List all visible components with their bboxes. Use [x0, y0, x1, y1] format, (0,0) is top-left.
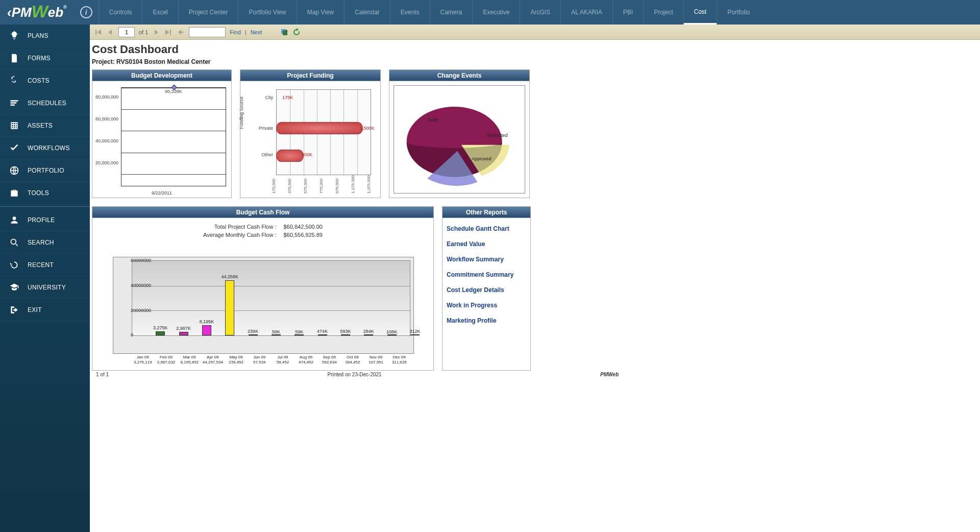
report-link-earned-value[interactable]: Earned Value	[447, 240, 526, 248]
info-icon[interactable]: i	[80, 6, 92, 18]
briefcase-icon	[8, 187, 20, 199]
dashboard: Cost Dashboard Project: RVS0104 Boston M…	[90, 40, 621, 378]
next-link[interactable]: Next	[251, 29, 262, 35]
topnav-portfolio[interactable]: Portfolio	[717, 0, 760, 25]
funding-chart[interactable]: City Private Other 175K 1,500K 500K 175,…	[253, 86, 376, 194]
sidebar-item-search[interactable]: SEARCH	[0, 231, 90, 254]
panel-header: Budget Development	[92, 70, 231, 81]
footer-pages: 1 of 1	[96, 372, 109, 377]
svg-point-1	[13, 216, 16, 220]
topnav-project-center[interactable]: Project Center	[178, 0, 238, 25]
cashflow-bar	[179, 332, 188, 335]
sidebar-item-costs[interactable]: COSTS	[0, 69, 90, 92]
last-page-icon[interactable]	[164, 28, 173, 36]
panel-budget-development: Budget Development 90,338K 80,000,000 60…	[92, 69, 232, 198]
cashflow-chart[interactable]: 3,275K2,987K8,195K44,258K239K58K59K474K5…	[113, 257, 414, 354]
topnav-arcgis[interactable]: ArcGIS	[520, 0, 560, 25]
sidebar-item-exit[interactable]: EXIT	[0, 299, 90, 321]
sidebar-item-assets[interactable]: ASSETS	[0, 114, 90, 137]
sidebar-item-plans[interactable]: PLANS	[0, 25, 90, 47]
content-area: of 1 Find | Next Cost Dashboard Project:…	[90, 25, 980, 532]
topnav-excel[interactable]: Excel	[142, 0, 178, 25]
exit-icon	[8, 304, 20, 316]
report-footer: 1 of 1 Printed on 23-Dec-2021 PMWeb	[92, 371, 623, 378]
dollar-icon	[8, 75, 20, 87]
user-icon	[8, 214, 20, 226]
grad-icon	[8, 281, 20, 294]
cashflow-bar	[364, 334, 373, 335]
report-link-workflow-summary[interactable]: Workflow Summary	[447, 256, 526, 263]
form-icon	[8, 52, 20, 64]
report-toolbar: of 1 Find | Next	[90, 25, 980, 40]
sidebar-item-profile[interactable]: PROFILE	[0, 209, 90, 231]
top-header: ‹PMWeb® i ControlsExcelProject CenterPor…	[0, 0, 980, 25]
svg-point-2	[11, 239, 16, 244]
back-icon[interactable]	[177, 28, 185, 36]
check-icon	[8, 142, 20, 154]
bars-icon	[8, 97, 20, 109]
footer-printed: Printed on 23-Dec-2021	[327, 372, 381, 377]
report-link-cost-ledger-details[interactable]: Cost Ledger Details	[447, 286, 526, 294]
sidebar-item-portfolio[interactable]: PORTFOLIO	[0, 159, 90, 182]
export-icon[interactable]	[280, 28, 288, 36]
find-link[interactable]: Find	[230, 29, 240, 35]
refresh-icon[interactable]	[292, 28, 301, 36]
report-link-commitment-summary[interactable]: Commitment Summary	[447, 271, 526, 278]
panel-other-reports: Other Reports Schedule Gantt ChartEarned…	[442, 206, 531, 371]
cashflow-bar	[341, 334, 350, 335]
sidebar-item-schedules[interactable]: SCHEDULES	[0, 92, 90, 114]
topnav-pbi[interactable]: PBI	[612, 0, 643, 25]
cashflow-stats: Total Project Cash Flow :$60,842,500.00 …	[199, 222, 327, 239]
sidebar-item-university[interactable]: UNIVERSITY	[0, 276, 90, 299]
bulb-icon	[8, 30, 20, 42]
app-logo: ‹PMWeb®	[0, 3, 74, 22]
cashflow-bar	[202, 325, 211, 335]
cashflow-bar	[156, 331, 165, 335]
history-icon	[8, 259, 20, 271]
left-sidebar: PLANSFORMSCOSTSSCHEDULESASSETSWORKFLOWSP…	[0, 25, 90, 532]
topnav-controls[interactable]: Controls	[99, 0, 142, 25]
report-link-schedule-gantt-chart[interactable]: Schedule Gantt Chart	[447, 225, 526, 232]
panel-header: Project Funding	[240, 70, 380, 81]
panel-change-events: Change Events Draft Submitted Approved	[389, 69, 530, 198]
sidebar-item-forms[interactable]: FORMS	[0, 47, 90, 69]
topnav-al-akaria[interactable]: AL AKARIA	[560, 0, 612, 25]
topnav-portfolio-view[interactable]: Portfolio View	[238, 0, 296, 25]
report-link-marketing-profile[interactable]: Marketing Profile	[447, 317, 526, 324]
cashflow-bar	[225, 280, 234, 335]
sidebar-item-recent[interactable]: RECENT	[0, 254, 90, 276]
change-events-chart[interactable]: Draft Submitted Approved	[394, 85, 525, 194]
globe-icon	[8, 164, 20, 177]
find-input[interactable]	[189, 27, 226, 37]
project-label: Project: RVS0104 Boston Medical Center	[92, 58, 621, 65]
footer-brand: PMWeb	[600, 372, 619, 377]
cashflow-bar	[410, 334, 420, 335]
topnav-cost[interactable]: Cost	[683, 0, 717, 25]
topnav-events[interactable]: Events	[390, 0, 430, 25]
panel-header: Other Reports	[443, 207, 530, 218]
topnav-project[interactable]: Project	[643, 0, 683, 25]
sidebar-item-workflows[interactable]: WORKFLOWS	[0, 137, 90, 159]
page-title: Cost Dashboard	[92, 43, 621, 56]
page-input[interactable]	[118, 27, 135, 37]
page-of-label: of 1	[139, 29, 148, 35]
next-page-icon[interactable]	[152, 28, 160, 36]
cashflow-bar	[295, 334, 304, 335]
grid-icon	[8, 119, 20, 132]
topnav-map-view[interactable]: Map View	[297, 0, 344, 25]
cashflow-bar	[387, 334, 397, 335]
cashflow-bar	[318, 334, 327, 335]
topnav-calendar[interactable]: Calendar	[344, 0, 390, 25]
search-icon	[8, 236, 20, 249]
topnav-executive[interactable]: Executive	[472, 0, 520, 25]
first-page-icon[interactable]	[94, 28, 102, 36]
prev-page-icon[interactable]	[106, 28, 114, 36]
top-nav: ControlsExcelProject CenterPortfolio Vie…	[99, 0, 761, 25]
topnav-camera[interactable]: Camera	[430, 0, 473, 25]
funding-bar-other	[276, 150, 304, 162]
report-link-work-in-progress[interactable]: Work in Progress	[447, 302, 526, 309]
panel-header: Budget Cash Flow	[92, 207, 433, 218]
panel-project-funding: Project Funding Funding Source City	[240, 69, 381, 198]
budget-dev-chart[interactable]: 90,338K	[121, 87, 226, 186]
sidebar-item-tools[interactable]: TOOLS	[0, 182, 90, 204]
